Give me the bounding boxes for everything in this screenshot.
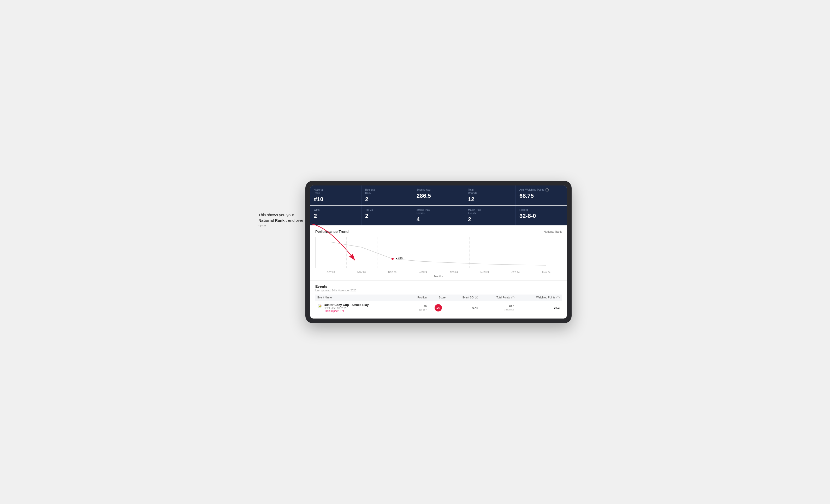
chart-title: Performance Trend [315, 230, 349, 234]
event-name: Buster Cozy Cup - Stroke Play [324, 303, 369, 307]
event-icon: ⛳ [317, 304, 322, 309]
event-name-cell: ⛳ Buster Cozy Cup - Stroke Play Oct 9 - … [315, 301, 407, 315]
x-label-oct23: OCT 23 [315, 271, 346, 273]
x-label-dec23: DEC 23 [377, 271, 408, 273]
tablet-device: NationalRank #10 RegionalRank 2 Scoring … [306, 181, 572, 323]
score-badge: -22 [435, 304, 442, 311]
info-icon-weighted: i [545, 188, 549, 192]
event-position: 6thout of 7 [407, 301, 429, 315]
stat-match-play-events: Match PlayEvents 2 [464, 206, 515, 225]
stat-record: Record 32-8-0 [516, 206, 567, 225]
info-icon-total-points: i [511, 296, 514, 299]
event-sg: 0.45 [448, 301, 480, 315]
chart-svg [316, 237, 562, 268]
info-icon-weighted-points: i [556, 296, 560, 299]
tablet-screen: NationalRank #10 RegionalRank 2 Scoring … [310, 186, 567, 318]
event-date: Oct 9 - Oct 10, 2023 [324, 307, 369, 310]
grid-line-8 [562, 237, 562, 268]
stats-row-1: NationalRank #10 RegionalRank 2 Scoring … [310, 186, 567, 205]
events-last-updated: Last updated: 24th November 2023 [315, 289, 562, 292]
col-position: Position [407, 295, 429, 301]
x-label-mar24: MAR 24 [469, 271, 500, 273]
stat-wins: Wins 2 [310, 206, 361, 225]
info-icon-sg: i [475, 296, 478, 299]
x-label-jan24: JAN 24 [408, 271, 439, 273]
col-event-name: Event Name [315, 295, 407, 301]
chart-data-point [391, 258, 393, 260]
stat-regional-rank: RegionalRank 2 [361, 186, 413, 205]
chart-area: ● #10 [315, 237, 562, 268]
events-title: Events [315, 284, 562, 289]
x-axis-title: Months [315, 275, 562, 278]
x-label-may24: MAY 24 [531, 271, 562, 273]
stat-national-rank: NationalRank #10 [310, 186, 361, 205]
col-event-sg: Event SG i [448, 295, 480, 301]
stat-scoring-avg: Scoring Avg. 286.5 [413, 186, 464, 205]
stats-row-2: Wins 2 Top 3s 2 Stroke PlayEvents 4 Matc… [310, 206, 567, 225]
chart-section: Performance Trend National Rank [310, 225, 567, 280]
events-section: Events Last updated: 24th November 2023 … [310, 280, 567, 318]
stat-total-rounds: TotalRounds 12 [464, 186, 515, 205]
stat-stroke-play-events: Stroke PlayEvents 4 [413, 206, 464, 225]
col-weighted-points: Weighted Points i [516, 295, 562, 301]
scene: This shows you your National Rank trend … [258, 181, 572, 323]
chart-data-label: ● #10 [396, 257, 403, 260]
svg-text:⛳: ⛳ [319, 305, 321, 307]
event-rank-impact: Rank Impact: 3 ▼ [324, 310, 369, 312]
col-score: Score [429, 295, 448, 301]
chart-subtitle: National Rank [544, 230, 562, 233]
event-weighted-points: 28.3 [516, 301, 562, 315]
annotation-text: This shows you your National Rank trend … [258, 212, 311, 229]
events-table: Event Name Position Score Event SG i Tot… [315, 295, 562, 315]
x-axis-labels: OCT 23 NOV 23 DEC 23 JAN 24 FEB 24 MAR 2… [315, 270, 562, 274]
stat-avg-weighted-points: Avg. Weighted Points i 68.75 [516, 186, 567, 205]
event-total-points: 28.33 Rounds [480, 301, 516, 315]
x-label-apr24: APR 24 [500, 271, 531, 273]
col-total-points: Total Points i [480, 295, 516, 301]
chart-header: Performance Trend National Rank [315, 230, 562, 234]
x-label-feb24: FEB 24 [439, 271, 469, 273]
event-score: -22 [429, 301, 448, 315]
table-row: ⛳ Buster Cozy Cup - Stroke Play Oct 9 - … [315, 301, 562, 315]
chart-container: ● #10 OCT 23 NOV 23 DEC 23 JAN 24 FEB 24… [315, 237, 562, 278]
x-label-nov23: NOV 23 [346, 271, 377, 273]
stat-top3s: Top 3s 2 [361, 206, 413, 225]
